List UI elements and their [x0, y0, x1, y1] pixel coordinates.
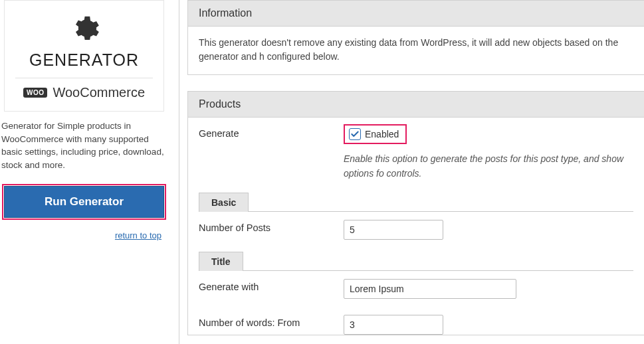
- generate-with-label: Generate with: [199, 279, 344, 292]
- information-body: This generator doesn't remove any existi…: [188, 27, 644, 74]
- words-from-label: Number of words: From: [199, 315, 344, 328]
- generate-with-row: Generate with: [188, 271, 644, 307]
- generate-row: Generate Enabled Enable this option to g…: [188, 118, 644, 189]
- generate-label: Generate: [199, 126, 344, 139]
- enabled-label[interactable]: Enabled: [365, 129, 399, 139]
- information-section: Information This generator doesn't remov…: [187, 0, 644, 75]
- gear-icon: [69, 14, 100, 46]
- num-posts-input[interactable]: [344, 220, 443, 240]
- tab-basic[interactable]: Basic: [199, 193, 249, 212]
- run-generator-button[interactable]: Run Generator: [4, 186, 164, 218]
- generate-with-input[interactable]: [344, 279, 516, 299]
- woocommerce-label: WOO WooCommerce: [15, 85, 153, 100]
- woo-text: WooCommerce: [53, 85, 145, 100]
- woo-badge: WOO: [23, 88, 48, 98]
- sidebar: GENERATOR WOO WooCommerce Generator for …: [0, 0, 168, 344]
- enabled-checkbox[interactable]: [349, 128, 361, 140]
- num-posts-row: Number of Posts: [188, 212, 644, 248]
- return-to-top-link[interactable]: return to top: [115, 230, 161, 240]
- sidebar-description: Generator for Simple products in WooComm…: [0, 120, 168, 171]
- sidebar-card: GENERATOR WOO WooCommerce: [4, 0, 164, 112]
- enabled-checkbox-highlight: Enabled: [344, 124, 407, 144]
- products-section: Products Generate Enabled Enable this op…: [187, 91, 644, 335]
- main-content: Information This generator doesn't remov…: [179, 0, 644, 344]
- generator-title: GENERATOR: [15, 50, 153, 70]
- section-header-products: Products: [188, 92, 644, 118]
- basic-tab-row: Basic: [199, 193, 633, 212]
- tab-title[interactable]: Title: [199, 252, 243, 271]
- words-from-row: Number of words: From: [188, 307, 644, 335]
- words-from-input[interactable]: [344, 315, 443, 335]
- num-posts-label: Number of Posts: [199, 220, 344, 233]
- generate-help-text: Enable this option to generate the posts…: [344, 152, 633, 181]
- divider: [15, 78, 153, 78]
- section-header-information: Information: [188, 1, 644, 27]
- title-tab-row: Title: [199, 252, 633, 271]
